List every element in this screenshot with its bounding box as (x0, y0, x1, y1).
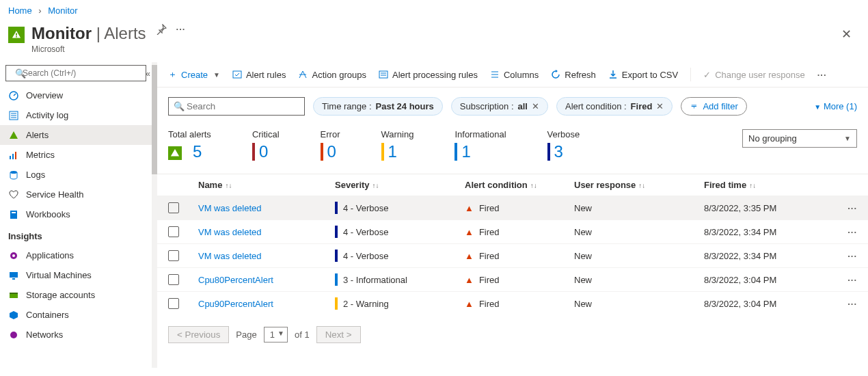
sort-icon: ↑↓ (225, 182, 232, 189)
close-icon[interactable]: ✕ (839, 24, 854, 44)
table-row[interactable]: Cpu80PercentAlert3 - Informational▲Fired… (157, 267, 868, 291)
prev-page-button: < Previous (168, 326, 229, 343)
remove-filter-icon[interactable]: ✕ (656, 101, 664, 111)
col-name[interactable]: Name↑↓ (198, 180, 335, 190)
summary-verbose[interactable]: Verbose 3 (547, 129, 580, 161)
sidebar-item-label: Overview (26, 90, 63, 100)
row-more-icon[interactable]: ··· (830, 203, 857, 213)
refresh-button[interactable]: Refresh (551, 70, 596, 80)
summary-critical[interactable]: Critical 0 (252, 129, 280, 161)
alert-name-link[interactable]: VM was deleted (198, 203, 335, 213)
summary-error[interactable]: Error 0 (321, 129, 340, 161)
svg-rect-22 (379, 71, 388, 78)
condition-cell: ▲Fired (465, 227, 574, 237)
warning-icon: ▲ (465, 203, 474, 213)
sidebar: 🔍 « Overview Activity log Alerts Metrics… (0, 62, 152, 368)
col-severity[interactable]: Severity↑↓ (335, 180, 465, 190)
breadcrumb-monitor[interactable]: Monitor (48, 5, 77, 16)
response-cell: New (574, 275, 704, 285)
grouping-dropdown[interactable]: No grouping ▼ (742, 129, 857, 148)
sidebar-item-label: Activity log (26, 110, 68, 120)
row-more-icon[interactable]: ··· (830, 227, 857, 237)
pin-icon[interactable] (156, 24, 167, 35)
severity-cell: 2 - Warning (335, 297, 465, 310)
create-button[interactable]: ＋ Create ▼ (168, 68, 220, 81)
page-of-label: of 1 (295, 330, 310, 340)
toolbar-more-icon[interactable]: ··· (817, 70, 827, 80)
row-checkbox[interactable] (168, 274, 179, 285)
sidebar-item-service-health[interactable]: Service Health (0, 185, 152, 204)
sidebar-item-metrics[interactable]: Metrics (0, 145, 152, 165)
sidebar-item-networks[interactable]: Networks (0, 325, 152, 345)
col-condition[interactable]: Alert condition↑↓ (465, 180, 574, 190)
alert-rules-icon (232, 70, 242, 79)
row-checkbox[interactable] (168, 250, 179, 261)
table-header-row: Name↑↓ Severity↑↓ Alert condition↑↓ User… (157, 174, 868, 196)
table-row[interactable]: VM was deleted4 - Verbose▲FiredNew8/3/20… (157, 243, 868, 267)
sidebar-search-input[interactable] (5, 65, 146, 81)
svg-rect-20 (233, 71, 241, 78)
warning-icon: ▲ (465, 227, 474, 237)
plus-icon: ＋ (168, 68, 177, 81)
sidebar-item-applications[interactable]: Applications (0, 245, 152, 265)
row-checkbox[interactable] (168, 202, 179, 213)
sidebar-item-containers[interactable]: Containers (0, 305, 152, 325)
more-icon[interactable]: ··· (176, 24, 186, 34)
row-checkbox[interactable] (168, 298, 179, 309)
summary-total[interactable]: Total alerts 5 (168, 129, 211, 161)
row-more-icon[interactable]: ··· (830, 275, 857, 285)
sidebar-item-workbooks[interactable]: Workbooks (0, 204, 152, 224)
warning-icon: ▲ (465, 251, 474, 261)
severity-cell: 3 - Informational (335, 273, 465, 286)
row-more-icon[interactable]: ··· (830, 251, 857, 261)
col-fired[interactable]: Fired time↑↓ (704, 180, 830, 190)
alert-rules-button[interactable]: Alert rules (232, 70, 286, 80)
sidebar-item-label: Storage accounts (26, 290, 95, 300)
sidebar-item-overview[interactable]: Overview (0, 85, 152, 105)
sidebar-item-virtual-machines[interactable]: Virtual Machines (0, 265, 152, 285)
collapse-sidebar-icon[interactable]: « (146, 69, 150, 79)
sidebar-item-label: Service Health (26, 189, 84, 200)
sidebar-item-alerts[interactable]: Alerts (0, 125, 152, 145)
row-more-icon[interactable]: ··· (830, 299, 857, 309)
remove-filter-icon[interactable]: ✕ (532, 101, 539, 111)
row-checkbox[interactable] (168, 226, 179, 237)
col-response[interactable]: User response↑↓ (574, 180, 704, 190)
breadcrumb-home[interactable]: Home (8, 5, 32, 16)
table-row[interactable]: Cpu90PercentAlert2 - Warning▲FiredNew8/3… (157, 291, 868, 315)
sidebar-item-logs[interactable]: Logs (0, 165, 152, 185)
response-cell: New (574, 227, 704, 237)
summary-informational[interactable]: Informational 1 (455, 129, 506, 161)
alerts-search-input[interactable] (168, 97, 305, 116)
provider-label: Microsoft (31, 44, 146, 54)
filter-alert-condition[interactable]: Alert condition : Fired ✕ (556, 97, 673, 116)
table-row[interactable]: VM was deleted4 - Verbose▲FiredNew8/3/20… (157, 196, 868, 219)
export-button[interactable]: Export to CSV (608, 70, 678, 80)
svg-rect-0 (16, 33, 17, 36)
alert-name-link[interactable]: VM was deleted (198, 251, 335, 261)
severity-cell: 4 - Verbose (335, 202, 465, 214)
svg-point-10 (10, 171, 17, 174)
toolbar: ＋ Create ▼ Alert rules Action groups Ale… (157, 62, 868, 88)
processing-rules-button[interactable]: Alert processing rules (379, 70, 478, 80)
sort-icon: ↑↓ (372, 182, 379, 189)
download-icon (608, 70, 618, 79)
page-label: Page (236, 330, 256, 340)
alert-name-link[interactable]: VM was deleted (198, 227, 335, 237)
action-groups-icon (298, 70, 308, 79)
search-icon: 🔍 (15, 68, 26, 79)
sidebar-scrollbar[interactable] (152, 62, 157, 368)
more-filters-link[interactable]: ▼ More (1) (813, 101, 857, 111)
summary-warning[interactable]: Warning 1 (381, 129, 414, 161)
filter-time-range[interactable]: Time range : Past 24 hours (313, 97, 443, 116)
filter-subscription[interactable]: Subscription : all ✕ (451, 97, 548, 116)
columns-button[interactable]: Columns (490, 70, 539, 80)
table-row[interactable]: VM was deleted4 - Verbose▲FiredNew8/3/20… (157, 219, 868, 243)
add-filter-button[interactable]: ⫧ Add filter (681, 97, 746, 116)
alert-name-link[interactable]: Cpu90PercentAlert (198, 299, 335, 309)
sidebar-item-storage[interactable]: Storage accounts (0, 285, 152, 305)
sidebar-item-activity-log[interactable]: Activity log (0, 105, 152, 125)
alert-name-link[interactable]: Cpu80PercentAlert (198, 275, 335, 285)
action-groups-button[interactable]: Action groups (298, 70, 366, 80)
page-select[interactable]: 1 ▼ (264, 327, 288, 343)
